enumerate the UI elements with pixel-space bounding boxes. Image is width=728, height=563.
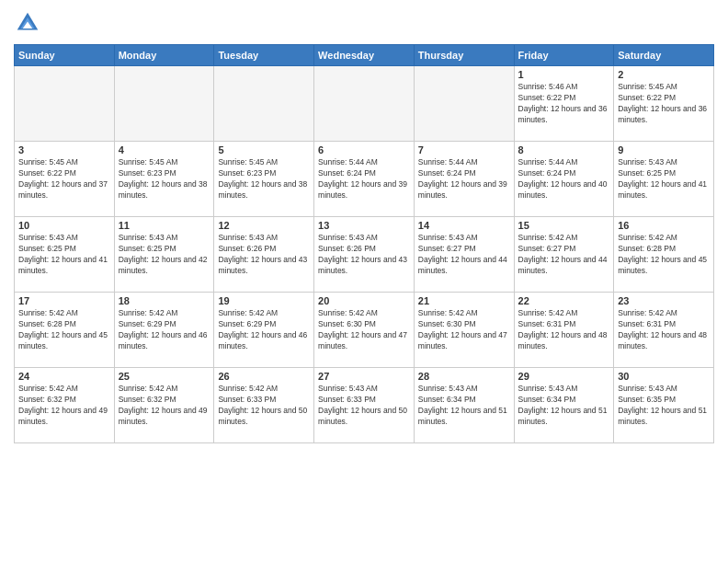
day-cell: 2Sunrise: 5:45 AMSunset: 6:22 PMDaylight… xyxy=(614,66,714,142)
day-info: Sunrise: 5:45 AMSunset: 6:23 PMDaylight:… xyxy=(119,157,210,201)
day-cell: 12Sunrise: 5:43 AMSunset: 6:26 PMDayligh… xyxy=(214,217,314,293)
day-number: 17 xyxy=(18,295,110,306)
day-number: 15 xyxy=(518,220,610,231)
week-row-1: 1Sunrise: 5:46 AMSunset: 6:22 PMDaylight… xyxy=(15,66,714,142)
day-cell: 4Sunrise: 5:45 AMSunset: 6:23 PMDaylight… xyxy=(114,142,214,217)
day-number: 5 xyxy=(218,144,310,155)
day-cell: 3Sunrise: 5:45 AMSunset: 6:22 PMDaylight… xyxy=(15,142,115,217)
day-cell: 11Sunrise: 5:43 AMSunset: 6:25 PMDayligh… xyxy=(114,217,214,293)
day-info: Sunrise: 5:42 AMSunset: 6:28 PMDaylight:… xyxy=(18,308,110,352)
day-cell: 20Sunrise: 5:42 AMSunset: 6:30 PMDayligh… xyxy=(314,293,415,368)
day-number: 29 xyxy=(518,371,610,382)
day-cell: 21Sunrise: 5:42 AMSunset: 6:30 PMDayligh… xyxy=(414,293,514,368)
day-cell: 28Sunrise: 5:43 AMSunset: 6:34 PMDayligh… xyxy=(414,368,514,443)
calendar-table: SundayMondayTuesdayWednesdayThursdayFrid… xyxy=(14,44,714,443)
day-cell: 17Sunrise: 5:42 AMSunset: 6:28 PMDayligh… xyxy=(15,293,115,368)
day-number: 19 xyxy=(218,295,310,306)
day-cell: 6Sunrise: 5:44 AMSunset: 6:24 PMDaylight… xyxy=(314,142,415,217)
day-cell: 18Sunrise: 5:42 AMSunset: 6:29 PMDayligh… xyxy=(114,293,214,368)
day-number: 8 xyxy=(518,144,610,155)
day-cell: 23Sunrise: 5:42 AMSunset: 6:31 PMDayligh… xyxy=(614,293,714,368)
day-info: Sunrise: 5:43 AMSunset: 6:34 PMDaylight:… xyxy=(418,384,510,428)
day-number: 7 xyxy=(418,144,510,155)
day-number: 13 xyxy=(318,220,410,231)
day-info: Sunrise: 5:42 AMSunset: 6:30 PMDaylight:… xyxy=(418,308,510,352)
day-number: 6 xyxy=(318,144,410,155)
weekday-header-tuesday: Tuesday xyxy=(214,45,314,66)
weekday-header-sunday: Sunday xyxy=(15,45,115,66)
day-cell: 22Sunrise: 5:42 AMSunset: 6:31 PMDayligh… xyxy=(514,293,614,368)
day-cell: 19Sunrise: 5:42 AMSunset: 6:29 PMDayligh… xyxy=(214,293,314,368)
day-info: Sunrise: 5:43 AMSunset: 6:25 PMDaylight:… xyxy=(119,233,210,277)
day-info: Sunrise: 5:42 AMSunset: 6:29 PMDaylight:… xyxy=(119,308,210,352)
day-number: 22 xyxy=(518,295,610,306)
day-number: 14 xyxy=(418,220,510,231)
day-cell: 15Sunrise: 5:42 AMSunset: 6:27 PMDayligh… xyxy=(514,217,614,293)
day-number: 28 xyxy=(418,371,510,382)
day-info: Sunrise: 5:43 AMSunset: 6:25 PMDaylight:… xyxy=(18,233,110,277)
day-cell: 13Sunrise: 5:43 AMSunset: 6:26 PMDayligh… xyxy=(314,217,415,293)
weekday-header-thursday: Thursday xyxy=(414,45,514,66)
day-cell: 29Sunrise: 5:43 AMSunset: 6:34 PMDayligh… xyxy=(514,368,614,443)
day-info: Sunrise: 5:42 AMSunset: 6:32 PMDaylight:… xyxy=(18,384,110,428)
day-info: Sunrise: 5:46 AMSunset: 6:22 PMDaylight:… xyxy=(518,82,610,126)
day-number: 27 xyxy=(318,371,410,382)
page: SundayMondayTuesdayWednesdayThursdayFrid… xyxy=(0,0,728,563)
day-cell: 10Sunrise: 5:43 AMSunset: 6:25 PMDayligh… xyxy=(15,217,115,293)
day-cell: 25Sunrise: 5:42 AMSunset: 6:32 PMDayligh… xyxy=(114,368,214,443)
day-number: 11 xyxy=(119,220,210,231)
day-number: 18 xyxy=(119,295,210,306)
day-info: Sunrise: 5:44 AMSunset: 6:24 PMDaylight:… xyxy=(418,157,510,201)
day-number: 9 xyxy=(618,144,710,155)
day-info: Sunrise: 5:42 AMSunset: 6:30 PMDaylight:… xyxy=(318,308,410,352)
day-info: Sunrise: 5:45 AMSunset: 6:22 PMDaylight:… xyxy=(618,82,710,126)
day-cell: 8Sunrise: 5:44 AMSunset: 6:24 PMDaylight… xyxy=(514,142,614,217)
day-cell: 27Sunrise: 5:43 AMSunset: 6:33 PMDayligh… xyxy=(314,368,415,443)
day-info: Sunrise: 5:42 AMSunset: 6:29 PMDaylight:… xyxy=(218,308,310,352)
day-info: Sunrise: 5:42 AMSunset: 6:32 PMDaylight:… xyxy=(119,384,210,428)
day-number: 23 xyxy=(618,295,710,306)
header xyxy=(14,9,714,37)
day-info: Sunrise: 5:43 AMSunset: 6:35 PMDaylight:… xyxy=(618,384,710,428)
day-info: Sunrise: 5:42 AMSunset: 6:31 PMDaylight:… xyxy=(518,308,610,352)
day-info: Sunrise: 5:44 AMSunset: 6:24 PMDaylight:… xyxy=(518,157,610,201)
day-number: 4 xyxy=(119,144,210,155)
weekday-header-saturday: Saturday xyxy=(614,45,714,66)
day-cell: 30Sunrise: 5:43 AMSunset: 6:35 PMDayligh… xyxy=(614,368,714,443)
day-number: 30 xyxy=(618,371,710,382)
day-cell: 9Sunrise: 5:43 AMSunset: 6:25 PMDaylight… xyxy=(614,142,714,217)
day-cell: 5Sunrise: 5:45 AMSunset: 6:23 PMDaylight… xyxy=(214,142,314,217)
day-number: 10 xyxy=(18,220,110,231)
day-number: 20 xyxy=(318,295,410,306)
day-number: 26 xyxy=(218,371,310,382)
logo-icon xyxy=(14,9,41,37)
day-cell xyxy=(414,66,514,142)
day-cell: 7Sunrise: 5:44 AMSunset: 6:24 PMDaylight… xyxy=(414,142,514,217)
day-number: 3 xyxy=(18,144,110,155)
day-info: Sunrise: 5:43 AMSunset: 6:25 PMDaylight:… xyxy=(618,157,710,201)
day-cell: 1Sunrise: 5:46 AMSunset: 6:22 PMDaylight… xyxy=(514,66,614,142)
week-row-5: 24Sunrise: 5:42 AMSunset: 6:32 PMDayligh… xyxy=(15,368,714,443)
day-info: Sunrise: 5:42 AMSunset: 6:31 PMDaylight:… xyxy=(618,308,710,352)
day-info: Sunrise: 5:42 AMSunset: 6:33 PMDaylight:… xyxy=(218,384,310,428)
day-info: Sunrise: 5:43 AMSunset: 6:34 PMDaylight:… xyxy=(518,384,610,428)
day-info: Sunrise: 5:43 AMSunset: 6:26 PMDaylight:… xyxy=(218,233,310,277)
day-info: Sunrise: 5:43 AMSunset: 6:26 PMDaylight:… xyxy=(318,233,410,277)
weekday-header-friday: Friday xyxy=(514,45,614,66)
week-row-4: 17Sunrise: 5:42 AMSunset: 6:28 PMDayligh… xyxy=(15,293,714,368)
day-number: 1 xyxy=(518,69,610,80)
day-cell: 26Sunrise: 5:42 AMSunset: 6:33 PMDayligh… xyxy=(214,368,314,443)
weekday-header-wednesday: Wednesday xyxy=(314,45,415,66)
day-number: 16 xyxy=(618,220,710,231)
day-info: Sunrise: 5:42 AMSunset: 6:28 PMDaylight:… xyxy=(618,233,710,277)
logo xyxy=(14,9,45,37)
day-number: 24 xyxy=(18,371,110,382)
calendar-header: SundayMondayTuesdayWednesdayThursdayFrid… xyxy=(15,45,714,66)
day-info: Sunrise: 5:45 AMSunset: 6:22 PMDaylight:… xyxy=(18,157,110,201)
day-cell xyxy=(314,66,415,142)
weekday-header-row: SundayMondayTuesdayWednesdayThursdayFrid… xyxy=(15,45,714,66)
calendar-body: 1Sunrise: 5:46 AMSunset: 6:22 PMDaylight… xyxy=(15,66,714,443)
day-info: Sunrise: 5:45 AMSunset: 6:23 PMDaylight:… xyxy=(218,157,310,201)
day-number: 21 xyxy=(418,295,510,306)
day-cell xyxy=(214,66,314,142)
